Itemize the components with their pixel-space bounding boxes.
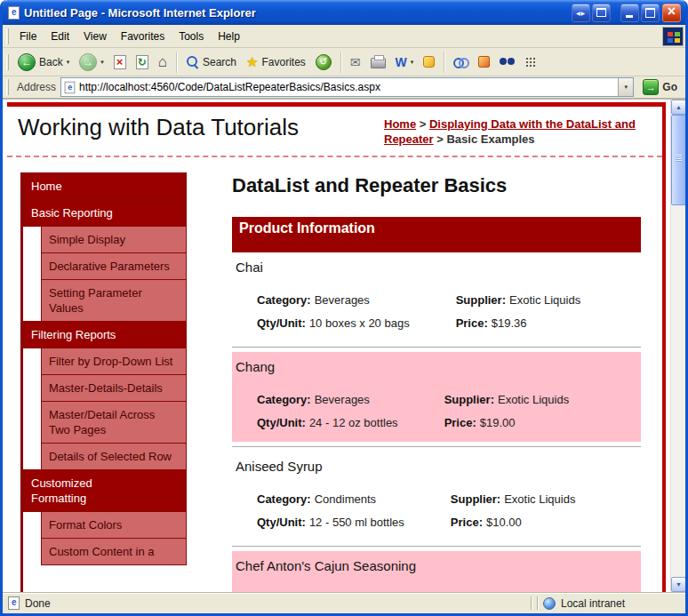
refresh-icon [136, 55, 148, 69]
status-bar: Done Local intranet [3, 592, 685, 613]
forward-dropdown-icon[interactable] [100, 59, 104, 66]
sidebar-link-master-detail-across-two-pages[interactable]: Master/Detail Across Two Pages [41, 401, 187, 444]
qty-value: 24 - 12 oz bottles [309, 416, 398, 429]
address-dropdown-button[interactable] [618, 78, 633, 96]
messenger-button[interactable] [419, 53, 439, 70]
status-separator [537, 596, 538, 610]
menu-tools[interactable]: Tools [172, 27, 211, 46]
toolbar-grip[interactable] [6, 28, 9, 44]
sidebar-section-basic-reporting[interactable]: Basic Reporting [23, 199, 187, 227]
product-item: Chang Category:Beverages Supplier:Exotic… [232, 352, 641, 442]
menu-view[interactable]: View [76, 27, 114, 46]
history-button[interactable] [311, 52, 336, 73]
toolbar-grip[interactable] [6, 54, 9, 70]
toolbar-separator [340, 52, 341, 73]
find-button[interactable] [495, 55, 519, 69]
toolbar-grip[interactable] [6, 79, 9, 95]
windows-logo-icon [662, 27, 684, 46]
sidebar-link-simple-display[interactable]: Simple Display [41, 226, 187, 253]
mail-button[interactable] [346, 53, 365, 71]
titlebar-screen-button[interactable] [592, 4, 611, 22]
supplier-label: Supplier: [444, 393, 494, 406]
back-dropdown-icon[interactable] [67, 59, 70, 66]
highlighter-icon [478, 56, 490, 68]
page-icon [65, 81, 76, 93]
supplier-value: Exotic Liquids [504, 492, 575, 506]
tiles-button[interactable] [520, 53, 540, 70]
sidebar-link-format-colors[interactable]: Format Colors [41, 511, 187, 539]
forward-button[interactable] [75, 51, 108, 74]
favorites-button[interactable]: Favorites [242, 52, 310, 71]
titlebar[interactable]: Untitled Page - Microsoft Internet Explo… [3, 0, 685, 25]
refresh-button[interactable] [132, 52, 153, 72]
category-cell: Category:Condiments [257, 492, 404, 506]
status-text: Done [25, 597, 51, 610]
edit-dropdown-icon[interactable] [411, 59, 414, 66]
menu-help[interactable]: Help [211, 27, 247, 46]
breadcrumb-separator: > [434, 132, 447, 146]
back-button[interactable]: Back [13, 51, 74, 74]
category-cell: Category:Beverages [257, 393, 398, 406]
vertical-scrollbar[interactable] [670, 100, 685, 592]
print-button[interactable] [366, 52, 390, 71]
sidebar-link-declarative-parameters[interactable]: Declarative Parameters [41, 252, 187, 280]
supplier-cell: Supplier:Exotic Liquids [444, 393, 570, 406]
go-button[interactable]: Go [638, 78, 682, 96]
sidebar-link-filter-by-drop-down-list[interactable]: Filter by Drop-Down List [41, 348, 187, 375]
menu-file[interactable]: File [12, 27, 44, 46]
go-arrow-icon [643, 79, 659, 95]
qty-label: Qty/Unit: [257, 316, 306, 330]
address-input[interactable] [79, 79, 614, 95]
menu-bar: File Edit View Favorites Tools Help [3, 25, 685, 48]
qty-cell: Qty/Unit:24 - 12 oz bottles [257, 416, 398, 429]
edit-button[interactable] [391, 53, 419, 71]
minimize-button[interactable] [620, 4, 639, 22]
site-title: Working with Data Tutorials [18, 114, 299, 141]
address-bar: Address Go [3, 76, 685, 100]
price-value: $19.00 [480, 416, 516, 429]
close-button[interactable] [662, 4, 681, 22]
search-icon [186, 55, 199, 68]
sidebar-section-customized-formatting[interactable]: Customized Formatting [23, 469, 187, 512]
ie-document-icon [8, 6, 20, 20]
sidebar-section-filtering-reports[interactable]: Filtering Reports [23, 321, 187, 348]
price-cell: Price:$19.36 [456, 316, 581, 330]
product-name: Chef Anton's Cajun Seasoning [236, 558, 634, 573]
scroll-thumb[interactable] [671, 115, 685, 205]
scroll-up-button[interactable] [671, 100, 685, 115]
sidebar-link-custom-content[interactable]: Custom Content in a [41, 538, 187, 565]
qty-value: 12 - 550 ml bottles [309, 516, 404, 529]
price-label: Price: [456, 316, 488, 330]
address-input-box[interactable] [60, 77, 634, 97]
breadcrumb-current: Basic Examples [446, 132, 534, 146]
breadcrumb-home-link[interactable]: Home [384, 117, 416, 131]
menu-favorites[interactable]: Favorites [114, 27, 172, 46]
titlebar-arrows-button[interactable] [572, 4, 590, 22]
sidebar-link-master-details-details[interactable]: Master-Details-Details [41, 374, 187, 402]
toolbar-separator [444, 52, 444, 73]
sidebar-link-setting-parameter-values[interactable]: Setting Parameter Values [41, 279, 187, 322]
product-name: Chang [236, 359, 634, 374]
sidebar-link-home[interactable]: Home [23, 172, 187, 200]
category-cell: Category:Beverages [257, 293, 410, 307]
price-value: $19.36 [492, 316, 527, 330]
ie-window: Untitled Page - Microsoft Internet Explo… [0, 0, 688, 616]
maximize-button[interactable] [641, 4, 660, 22]
category-value: Beverages [315, 293, 370, 307]
price-cell: Price:$10.00 [451, 516, 576, 529]
price-label: Price: [444, 416, 476, 429]
sidebar-link-details-of-selected-row[interactable]: Details of Selected Row [41, 443, 187, 470]
stop-button[interactable] [109, 52, 131, 72]
home-button[interactable] [154, 52, 172, 72]
stop-icon [114, 55, 126, 69]
research-button[interactable] [449, 54, 473, 70]
item-separator [232, 546, 641, 547]
product-item: Aniseed Syrup Category:Condiments Suppli… [232, 452, 641, 541]
search-button[interactable]: Search [181, 52, 241, 71]
scroll-down-button[interactable] [671, 577, 685, 592]
item-separator [232, 446, 641, 447]
menu-edit[interactable]: Edit [44, 27, 76, 46]
breadcrumb-separator: > [416, 117, 429, 131]
highlighter-button[interactable] [474, 53, 494, 70]
item-separator [232, 347, 641, 348]
